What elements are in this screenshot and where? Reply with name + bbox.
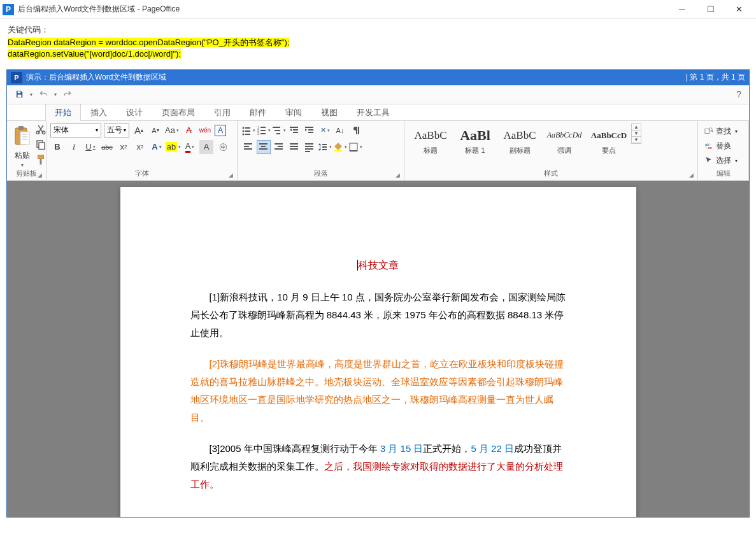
paste-dropdown-icon[interactable]: ▾: [21, 162, 24, 168]
doc-paragraph-1: [1]新浪科技讯，10 月 9 日上午 10 点，国务院办公室举行新闻发布会，国…: [190, 288, 566, 341]
align-distribute-button[interactable]: [303, 140, 317, 154]
highlight-button[interactable]: ab: [166, 140, 180, 154]
style-item-subtitle[interactable]: AaBbC副标题: [497, 123, 542, 160]
styles-launcher-icon[interactable]: ◢: [689, 172, 694, 178]
doc-paragraph-2: [2]珠穆朗玛峰是世界最高峰，高度是世界群山之首，屹立在欧亚板块和印度板块碰撞造…: [190, 355, 566, 426]
enclose-char-button[interactable]: ㊥: [216, 140, 230, 154]
group-styles: AaBbC标题 AaBl标题 1 AaBbC副标题 AaBbCcDd强调 AaB…: [404, 121, 698, 180]
tab-developer[interactable]: 开发工具: [347, 104, 399, 121]
replace-button[interactable]: abac替换: [702, 139, 740, 153]
paste-label: 粘贴: [15, 150, 30, 161]
svg-rect-43: [275, 148, 283, 150]
svg-rect-1: [18, 95, 22, 97]
align-justify-button[interactable]: [287, 140, 301, 154]
svg-rect-0: [18, 91, 21, 93]
shrink-font-button[interactable]: A▾: [148, 123, 162, 138]
group-font-label: 字体◢: [50, 169, 233, 179]
tab-layout[interactable]: 页面布局: [152, 104, 204, 121]
maximize-button[interactable]: ☐: [696, 1, 725, 18]
sort-button[interactable]: A↓: [333, 123, 347, 138]
style-item-emphasis[interactable]: AaBbCcDd强调: [542, 123, 587, 160]
svg-point-8: [36, 131, 39, 134]
svg-rect-37: [244, 148, 252, 150]
numbering-button[interactable]: 123: [257, 123, 271, 138]
subscript-button[interactable]: x2: [117, 140, 131, 154]
strikethrough-button[interactable]: abc: [100, 140, 114, 154]
style-item-heading1[interactable]: AaBl标题 1: [453, 123, 497, 160]
increase-indent-button[interactable]: [303, 123, 317, 138]
close-button[interactable]: ✕: [725, 1, 753, 18]
font-size-combo[interactable]: 五号▾: [104, 123, 129, 138]
styles-gallery[interactable]: AaBbC标题 AaBl标题 1 AaBbC副标题 AaBbCcDd强调 AaB…: [408, 123, 631, 160]
multilevel-list-button[interactable]: [272, 123, 286, 138]
shading-button[interactable]: [333, 140, 347, 154]
select-button[interactable]: 选择▾: [702, 154, 740, 167]
change-case-button[interactable]: Aa: [165, 123, 179, 138]
svg-rect-26: [273, 127, 280, 128]
italic-button[interactable]: I: [67, 140, 81, 154]
asian-layout-button[interactable]: ✕: [318, 123, 332, 138]
styles-scroll-up-icon[interactable]: ▲: [632, 124, 641, 130]
window-titlebar: P 后台编程插入Word文件到数据区域 - PageOffice ─ ☐ ✕: [0, 0, 756, 19]
document-page[interactable]: 科技文章 [1]新浪科技讯，10 月 9 日上午 10 点，国务院办公室举行新闻…: [120, 187, 636, 517]
bullets-button[interactable]: [241, 123, 255, 138]
align-right-button[interactable]: [272, 140, 286, 154]
redo-button[interactable]: [59, 87, 76, 102]
tab-review[interactable]: 审阅: [276, 104, 311, 121]
tab-view[interactable]: 视图: [311, 104, 347, 121]
find-button[interactable]: 查找▾: [702, 125, 740, 138]
svg-text:3: 3: [257, 132, 259, 136]
tab-home[interactable]: 开始: [45, 104, 81, 121]
align-center-button[interactable]: [257, 140, 271, 154]
underline-button[interactable]: U: [83, 140, 97, 154]
tab-mail[interactable]: 邮件: [240, 104, 276, 121]
align-left-button[interactable]: [241, 140, 255, 154]
paragraph-launcher-icon[interactable]: ◢: [396, 172, 400, 178]
help-button[interactable]: ?: [736, 89, 745, 99]
document-area[interactable]: 科技文章 [1]新浪科技讯，10 月 9 日上午 10 点，国务院办公室举行新闻…: [7, 181, 749, 517]
clipboard-launcher-icon[interactable]: ◢: [38, 172, 42, 178]
undo-dropdown-icon[interactable]: ▾: [54, 92, 57, 97]
style-item-strong[interactable]: AaBbCcD要点: [587, 123, 631, 160]
minimize-button[interactable]: ─: [667, 1, 696, 18]
format-painter-button[interactable]: [35, 154, 46, 166]
tab-design[interactable]: 设计: [117, 104, 152, 121]
undo-button[interactable]: [35, 87, 52, 102]
char-border-button[interactable]: A: [215, 125, 226, 136]
font-color-button[interactable]: A: [183, 140, 197, 154]
font-name-combo[interactable]: 宋体▾: [50, 123, 101, 138]
styles-scroll-down-icon[interactable]: ▼: [632, 130, 641, 137]
styles-expand-icon[interactable]: ▼: [632, 137, 641, 143]
svg-rect-53: [322, 146, 327, 148]
code-line-1: DataRegion dataRegion = worddoc.openData…: [8, 38, 289, 47]
svg-point-9: [42, 131, 45, 134]
char-shading-button[interactable]: A: [199, 140, 213, 154]
line-spacing-button[interactable]: [318, 140, 332, 154]
text-effects-button[interactable]: A: [150, 140, 164, 154]
styles-scroll[interactable]: ▲ ▼ ▼: [631, 123, 641, 144]
tab-insert[interactable]: 插入: [81, 104, 117, 121]
phonetic-guide-button[interactable]: wén: [198, 123, 212, 138]
svg-point-14: [243, 127, 245, 129]
office-header-title: 演示：后台编程插入Word文件到数据区域: [26, 72, 686, 83]
cut-button[interactable]: [35, 123, 46, 135]
group-paragraph-label: 段落◢: [241, 169, 400, 179]
decrease-indent-button[interactable]: [287, 123, 301, 138]
svg-rect-32: [305, 127, 313, 128]
copy-button[interactable]: [35, 139, 46, 150]
svg-rect-29: [290, 127, 298, 128]
font-launcher-icon[interactable]: ◢: [229, 172, 233, 178]
style-item-title[interactable]: AaBbC标题: [408, 123, 453, 160]
tab-references[interactable]: 引用: [204, 104, 240, 121]
paste-button[interactable]: [11, 123, 34, 149]
bold-button[interactable]: B: [50, 140, 64, 154]
svg-rect-28: [276, 133, 280, 134]
svg-rect-30: [293, 129, 298, 130]
superscript-button[interactable]: x2: [133, 140, 147, 154]
clear-format-button[interactable]: A̶: [182, 123, 196, 138]
grow-font-button[interactable]: A▴: [132, 123, 146, 138]
save-button[interactable]: [11, 87, 27, 102]
save-dropdown-icon[interactable]: ▾: [30, 92, 32, 97]
borders-button[interactable]: [348, 140, 362, 154]
show-marks-button[interactable]: [348, 123, 362, 138]
